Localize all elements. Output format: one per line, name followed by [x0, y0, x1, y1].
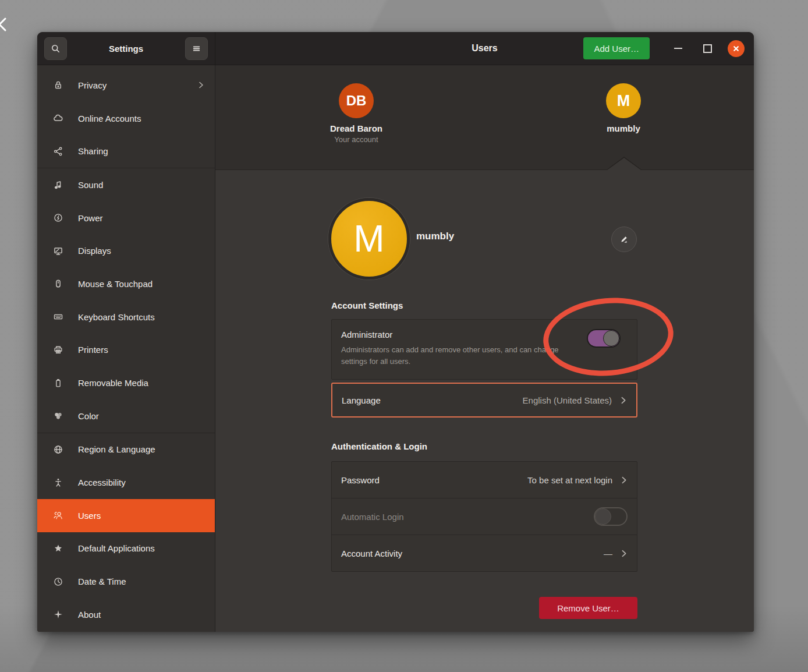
lock-icon	[52, 80, 64, 90]
accessibility-icon	[52, 478, 64, 488]
maximize-icon	[703, 44, 712, 53]
minimize-icon	[674, 48, 682, 49]
sidebar-item-label: Date & Time	[78, 576, 126, 586]
window-controls	[658, 40, 745, 57]
cloud-icon	[52, 113, 64, 123]
password-label: Password	[341, 475, 380, 485]
account-activity-value: —	[604, 549, 612, 558]
printer-icon	[52, 345, 64, 355]
user-name: mumbly	[607, 123, 640, 133]
maximize-button[interactable]	[699, 40, 716, 57]
account-settings-heading: Account Settings	[331, 300, 403, 310]
administrator-label: Administrator	[341, 330, 628, 339]
sidebar-item-label: Removable Media	[78, 378, 148, 388]
sidebar-item-region-language[interactable]: Region & Language	[37, 433, 215, 466]
sidebar-item-label: Power	[78, 213, 103, 223]
sidebar-item-label: Accessibility	[78, 478, 126, 487]
user-carousel: DB Dread Baron Your account M mumbly	[215, 65, 754, 170]
administrator-description: Administrators can add and remove other …	[341, 344, 574, 367]
sidebar-item-sharing[interactable]: Sharing	[37, 135, 215, 168]
password-row[interactable]: Password To be set at next login	[332, 462, 637, 498]
chevron-right-icon	[620, 395, 627, 405]
sidebar-item-default-applications[interactable]: Default Applications	[37, 532, 215, 565]
account-activity-row[interactable]: Account Activity —	[332, 535, 637, 571]
sidebar-item-label: Users	[78, 511, 101, 521]
sidebar-item-label: Printers	[78, 345, 108, 355]
user-name: Dread Baron	[330, 123, 382, 133]
color-circles-icon	[52, 411, 64, 421]
profile-avatar: M	[328, 198, 410, 280]
search-button[interactable]	[44, 37, 67, 60]
search-icon	[51, 44, 61, 54]
sidebar-item-printers[interactable]: Printers	[37, 334, 215, 367]
language-label: Language	[342, 395, 381, 405]
sidebar-item-label: Sharing	[78, 146, 108, 156]
sidebar-item-mouse-touchpad[interactable]: Mouse & Touchpad	[37, 267, 215, 300]
users-panel: DB Dread Baron Your account M mumbly M m…	[215, 65, 754, 632]
sidebar-item-label: Privacy	[78, 80, 107, 90]
sidebar-item-date-time[interactable]: Date & Time	[37, 565, 215, 598]
sidebar: Privacy Online Accounts Sharing Sound Po…	[37, 65, 215, 632]
language-row[interactable]: Language English (United States)	[331, 383, 637, 418]
sidebar-item-about[interactable]: About	[37, 598, 215, 631]
sidebar-item-users[interactable]: Users	[37, 499, 215, 532]
close-icon	[732, 44, 740, 53]
automatic-login-toggle[interactable]	[594, 507, 628, 526]
clock-icon	[52, 576, 64, 587]
sidebar-item-privacy[interactable]: Privacy	[37, 69, 215, 102]
hamburger-menu-icon	[192, 44, 201, 54]
sidebar-item-label: Color	[78, 411, 99, 421]
sidebar-item-keyboard-shortcuts[interactable]: Keyboard Shortcuts	[37, 300, 215, 334]
sidebar-item-displays[interactable]: Displays	[37, 234, 215, 267]
music-note-icon	[52, 179, 64, 190]
sidebar-item-removable-media[interactable]: Removable Media	[37, 366, 215, 399]
sidebar-item-color[interactable]: Color	[37, 399, 215, 433]
chevron-right-icon	[198, 80, 204, 90]
main-header: Users Add User…	[215, 32, 754, 65]
sidebar-item-label: Sound	[78, 180, 103, 190]
sidebar-item-power[interactable]: Power	[37, 201, 215, 235]
avatar: DB	[339, 83, 374, 118]
administrator-row: Administrator Administrators can add and…	[331, 319, 637, 380]
globe-icon	[52, 444, 64, 455]
app-title: Settings	[109, 44, 143, 54]
avatar: M	[606, 83, 641, 118]
automatic-login-label: Automatic Login	[341, 512, 404, 522]
sidebar-header: Settings	[37, 32, 215, 65]
user-subtitle: Your account	[334, 135, 378, 144]
minimize-button[interactable]	[669, 40, 687, 57]
profile-name: mumbly	[416, 231, 454, 242]
carousel-user-mumbly[interactable]: M mumbly	[574, 83, 673, 133]
edit-avatar-button[interactable]	[611, 227, 637, 252]
users-icon	[52, 510, 64, 521]
sparkle-icon	[52, 609, 64, 620]
sidebar-item-label: About	[78, 610, 101, 620]
authentication-heading: Authentication & Login	[331, 441, 427, 451]
removable-media-icon	[52, 378, 64, 388]
sidebar-item-label: Displays	[78, 246, 111, 256]
add-user-button[interactable]: Add User…	[583, 37, 650, 59]
remove-user-button[interactable]: Remove User…	[539, 597, 637, 619]
keyboard-icon	[52, 312, 64, 322]
sidebar-item-sound[interactable]: Sound	[37, 168, 215, 201]
power-icon	[52, 213, 64, 223]
display-icon	[52, 246, 64, 256]
sidebar-item-label: Region & Language	[78, 444, 155, 454]
administrator-toggle[interactable]	[587, 329, 621, 348]
password-value: To be set at next login	[527, 475, 612, 485]
language-value: English (United States)	[523, 395, 612, 405]
sidebar-item-online-accounts[interactable]: Online Accounts	[37, 102, 215, 135]
sidebar-item-label: Default Applications	[78, 543, 155, 553]
chevron-right-icon	[621, 475, 628, 485]
sidebar-item-label: Online Accounts	[78, 114, 141, 123]
share-icon	[52, 146, 64, 157]
authentication-rows: Password To be set at next login Automat…	[331, 461, 637, 572]
star-icon	[52, 543, 64, 554]
mouse-icon	[52, 278, 64, 289]
close-button[interactable]	[728, 40, 745, 57]
sidebar-item-label: Keyboard Shortcuts	[78, 312, 155, 322]
toggle-knob	[603, 330, 619, 346]
sidebar-item-accessibility[interactable]: Accessibility	[37, 466, 215, 499]
carousel-user-dread-baron[interactable]: DB Dread Baron Your account	[307, 83, 406, 144]
menu-button[interactable]	[185, 37, 208, 60]
